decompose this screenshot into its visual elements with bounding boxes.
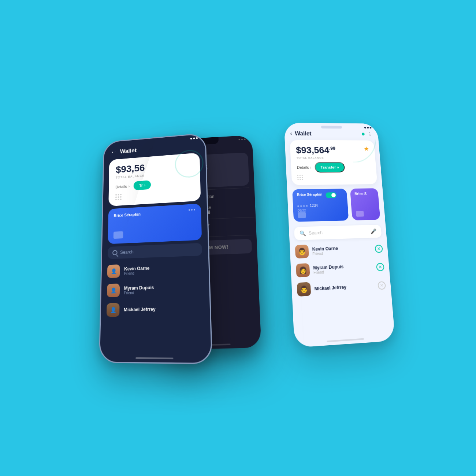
contact-info-kevin-front: Kevin Oarne Friend (124, 265, 149, 275)
avatar-myram-front: 👤 (107, 283, 120, 297)
contact-info-kevin-right: Kevin Oarne Friend (312, 245, 372, 256)
white-balance-amount: $93,564.99 (296, 145, 336, 156)
notch-area-right (284, 123, 378, 129)
blue-card-chip (298, 212, 306, 218)
toggle-thumb (331, 193, 336, 197)
contact-name-mickael-right: Mickael Jefrrey (314, 283, 374, 291)
notch-pill-right (321, 126, 342, 129)
contact-name-mickael-front: Mickael Jefrrey (124, 307, 156, 313)
avatar-kevin-front: 👤 (107, 264, 120, 278)
phone-right: ‹ Wallet ⋮ $93,564.99 TOTAL BALANCE (284, 123, 395, 348)
balance-card-front: $93,56 TOTAL BALANCE Details › Tr › (108, 153, 201, 206)
contact-role-myram-front: Friend (124, 290, 154, 295)
contact-info-mickael-front: Mickael Jefrrey (124, 307, 156, 313)
contact-name-myram-front: Myram Dupuis (124, 285, 154, 291)
bottom-bar-front (135, 357, 173, 359)
avatar-kevin-right: 👨 (295, 245, 309, 259)
contact-item-front-1[interactable]: 👤 Kevin Oarne Friend (101, 259, 209, 281)
credit-card-chip-front (114, 231, 123, 239)
transfer-btn-front[interactable]: Tr › (134, 180, 151, 190)
search-icon-right: 🔍 (300, 230, 306, 237)
search-placeholder-front: Search (120, 249, 134, 255)
blue-card-last4: 1234 (310, 204, 318, 208)
back-arrow-front[interactable]: ← (111, 148, 117, 156)
wallet-title-right: Wallet (295, 130, 312, 137)
purple-card-right: Brice S (350, 188, 380, 220)
avatar-mickael-right: 👨 (297, 282, 311, 296)
balance-curve (175, 149, 204, 179)
remove-btn-kevin[interactable]: ✕ (375, 245, 383, 253)
white-balance-label: TOTAL BALANCE (296, 156, 336, 160)
avatar-myram-right: 👩 (296, 263, 310, 278)
contact-role-kevin-front: Friend (124, 271, 149, 275)
blue-card-expiry: 05/22 (298, 208, 344, 212)
search-bar-front[interactable]: Search (108, 243, 202, 259)
search-placeholder-right: Search (309, 229, 368, 235)
purple-card-chip (356, 211, 364, 217)
remove-btn-myram[interactable]: ✕ (376, 263, 384, 271)
purple-card-owner: Brice S (354, 192, 374, 196)
contact-info-myram-front: Myram Dupuis Friend (124, 285, 154, 295)
phones-scene: ← Wallet $93,56 TOTAL BALANCE Details › … (77, 91, 409, 394)
blue-card-number-dots: 1234 (297, 203, 343, 208)
back-arrow-right[interactable]: ‹ (290, 130, 292, 137)
online-indicator (362, 133, 365, 135)
header-right-right: ⋮ (361, 131, 373, 137)
contact-item-right-3[interactable]: 👨 Mickael Jefrrey ✕ (291, 276, 391, 300)
avatar-img-mickael-front: 👤 (107, 303, 120, 317)
wallet-title-front: Wallet (120, 147, 137, 155)
contact-info-mickael-right: Mickael Jefrrey (314, 283, 374, 291)
balance-actions-front: Details › Tr › (115, 177, 193, 191)
header-right: ‹ Wallet ⋮ (284, 128, 378, 139)
search-bar-right[interactable]: 🔍 Search 🎤 (294, 225, 382, 240)
avatar-img-kevin-front: 👤 (107, 264, 120, 278)
toggle-right[interactable] (326, 192, 336, 198)
status-dots-right (364, 127, 372, 129)
credit-card-name-front: Brice Séraphin (114, 209, 196, 218)
credit-card-front: Brice Séraphin (108, 204, 202, 244)
cards-row-right: Brice Séraphin 1234 05/22 Brice S (287, 185, 386, 225)
grid-dots-front (115, 194, 122, 200)
search-icon-front (112, 250, 118, 255)
remove-btn-mickael[interactable]: ✕ (378, 281, 386, 290)
more-icon-right[interactable]: ⋮ (367, 131, 373, 137)
white-balance-amount-group: $93,564.99 TOTAL BALANCE (296, 145, 336, 160)
white-grid-dots (297, 175, 304, 180)
header-left-right: ‹ Wallet (290, 130, 312, 137)
contact-item-front-2[interactable]: 👤 Myram Dupuis Friend (101, 278, 209, 300)
signal-dots-front (190, 137, 198, 140)
contact-item-front-3[interactable]: 👤 Mickael Jefrrey (101, 298, 210, 320)
details-link-front[interactable]: Details › (115, 184, 129, 189)
avatar-img-myram-front: 👤 (107, 283, 120, 297)
bottom-bar-right (327, 338, 364, 342)
details-link-right[interactable]: Details › (297, 165, 312, 170)
white-balance-actions: Details › Transfer » (297, 162, 371, 172)
white-balance-card: $93,564.99 TOTAL BALANCE ★ Details › Tra… (290, 140, 377, 185)
transfer-btn-right[interactable]: Transfer » (315, 162, 345, 173)
blue-card-right: Brice Séraphin 1234 05/22 (292, 189, 349, 222)
contact-info-myram-right: Myram Dupuis Friend (313, 263, 373, 275)
avatar-mickael-front: 👤 (107, 303, 120, 317)
contact-name-kevin-front: Kevin Oarne (124, 265, 149, 271)
mic-icon-right[interactable]: 🎤 (370, 228, 376, 234)
phone-front: ← Wallet $93,56 TOTAL BALANCE Details › … (99, 133, 213, 364)
